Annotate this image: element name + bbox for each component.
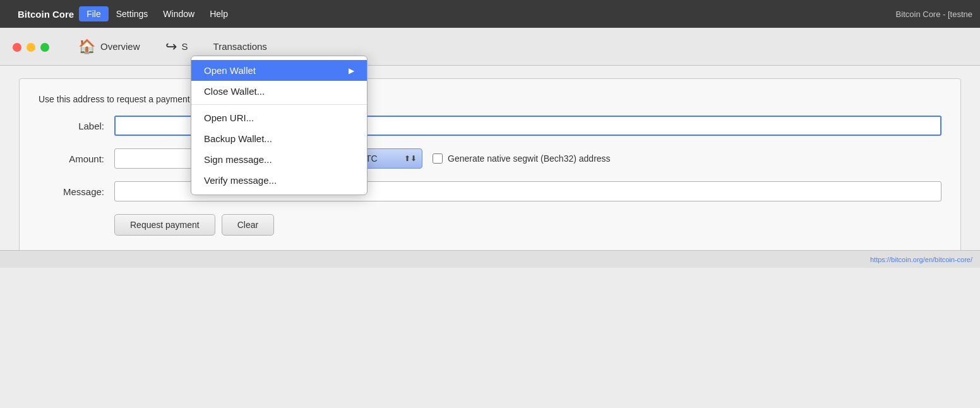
backup-wallet-label: Backup Wallet...: [204, 133, 272, 144]
transactions-label: Transactions: [213, 41, 267, 52]
segwit-label: Generate native segwit (Bech32) address: [448, 153, 611, 164]
menu-item-open-uri[interactable]: Open URI...: [191, 107, 367, 128]
request-payment-button[interactable]: Request payment: [114, 214, 215, 236]
transactions-button[interactable]: Transactions: [207, 37, 273, 56]
file-dropdown-menu: Open Wallet ▶ Close Wallet... Open URI..…: [191, 56, 368, 195]
overview-label: Overview: [100, 41, 140, 52]
segwit-option: Generate native segwit (Bech32) address: [433, 153, 611, 164]
menu-file[interactable]: File: [79, 6, 109, 21]
menu-item-sign-message[interactable]: Sign message...: [191, 149, 367, 170]
app-name: Bitcoin Core: [18, 9, 74, 20]
unit-dropdown-arrow: ⬆⬇: [404, 154, 417, 163]
menu-item-close-wallet[interactable]: Close Wallet...: [191, 81, 367, 102]
send-icon: ↪: [165, 39, 177, 55]
verify-message-label: Verify message...: [204, 175, 277, 186]
home-icon: 🏠: [78, 39, 95, 55]
menu-separator: [191, 104, 367, 105]
statusbar-url: https://bitcoin.org/en/bitcoin-core/: [870, 256, 972, 263]
open-wallet-label: Open Wallet: [204, 65, 256, 76]
label-field-label: Label:: [39, 121, 114, 131]
buttons-row: Request payment Clear: [114, 214, 941, 236]
menu-item-open-wallet[interactable]: Open Wallet ▶: [191, 60, 367, 81]
menu-help[interactable]: Help: [202, 6, 236, 21]
send-button[interactable]: ↪ S: [159, 35, 194, 59]
close-wallet-label: Close Wallet...: [204, 86, 265, 97]
menu-item-verify-message[interactable]: Verify message...: [191, 170, 367, 191]
menubar: Bitcoin Core File Settings Window Help B…: [0, 0, 980, 28]
maximize-button[interactable]: [40, 43, 49, 52]
send-label: S: [182, 41, 188, 52]
submenu-arrow-icon: ▶: [349, 66, 354, 75]
open-uri-label: Open URI...: [204, 112, 254, 123]
label-row: Label:: [39, 116, 941, 136]
amount-row: Amount: ▲ ▼ mBTC ⬆⬇ Generate native segw…: [39, 148, 941, 169]
message-field-label: Message:: [39, 186, 114, 197]
sign-message-label: Sign message...: [204, 154, 272, 165]
main-content: Use this address to request a payment. A…: [0, 66, 980, 268]
traffic-lights: [13, 43, 49, 52]
clear-button[interactable]: Clear: [222, 214, 274, 236]
close-button[interactable]: [13, 43, 21, 52]
segwit-checkbox[interactable]: [433, 153, 443, 164]
form-container: Use this address to request a payment. A…: [19, 78, 961, 255]
message-row: Message:: [39, 181, 941, 201]
toolbar: 🏠 Overview ↪ S Transactions: [0, 28, 980, 66]
window-title: Bitcoin Core - [testne: [896, 9, 972, 19]
amount-field-label: Amount:: [39, 153, 114, 164]
menu-window[interactable]: Window: [155, 6, 202, 21]
minimize-button[interactable]: [27, 43, 35, 52]
menu-item-backup-wallet[interactable]: Backup Wallet...: [191, 128, 367, 149]
menu-settings[interactable]: Settings: [109, 6, 156, 21]
overview-button[interactable]: 🏠 Overview: [72, 35, 146, 59]
form-description: Use this address to request a payment. A…: [39, 94, 941, 104]
content-wrapper: 🏠 Overview ↪ S Transactions Use this add…: [0, 28, 980, 268]
statusbar: https://bitcoin.org/en/bitcoin-core/: [0, 250, 980, 268]
